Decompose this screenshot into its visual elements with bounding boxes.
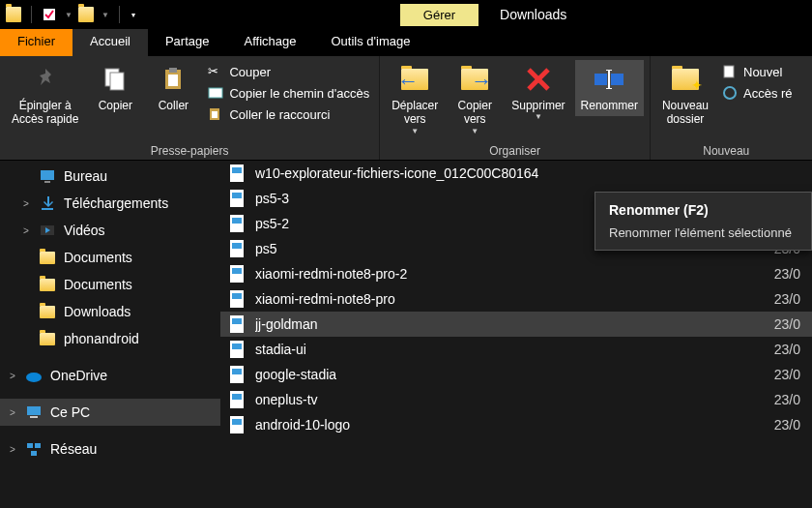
- tab-file[interactable]: Fichier: [0, 29, 72, 56]
- ribbon-group-new: ✦ Nouveau dossier Nouvel Accès ré: [651, 56, 802, 160]
- file-date: 23/0: [774, 316, 804, 332]
- rename-button[interactable]: Renommer: [575, 60, 644, 116]
- paste-button[interactable]: Coller: [146, 60, 200, 116]
- file-date: 23/0: [774, 367, 804, 382]
- separator: [119, 6, 120, 23]
- easy-access-button[interactable]: Accès ré: [718, 83, 797, 103]
- sidebar-item[interactable]: Downloads: [0, 298, 220, 325]
- folder-icon[interactable]: [6, 7, 21, 22]
- file-row[interactable]: xiaomi-redmi-note8-pro-223/0: [220, 261, 812, 286]
- svg-rect-16: [724, 66, 734, 77]
- svg-rect-4: [169, 68, 177, 73]
- button-label: Déplacer vers: [392, 99, 438, 127]
- file-name: stadia-ui: [255, 342, 765, 357]
- button-label: Supprimer: [511, 99, 565, 112]
- path-icon: [208, 85, 223, 101]
- svg-rect-20: [42, 208, 53, 210]
- svg-rect-25: [30, 416, 38, 418]
- folder-icon: [39, 249, 56, 266]
- file-row[interactable]: stadia-ui23/0: [220, 337, 812, 362]
- tab-home[interactable]: Accueil: [72, 29, 148, 56]
- sidebar-item[interactable]: Documents: [0, 271, 220, 298]
- file-row[interactable]: oneplus-tv23/0: [220, 387, 812, 412]
- chevron-down-icon[interactable]: ▼: [65, 11, 72, 19]
- sidebar-item[interactable]: >Réseau: [0, 435, 220, 463]
- qat-customize-icon[interactable]: ▾: [131, 11, 135, 19]
- expand-icon[interactable]: >: [8, 407, 17, 418]
- new-small-buttons: Nouvel Accès ré: [718, 60, 797, 103]
- paste-shortcut-button[interactable]: Coller le raccourci: [204, 105, 373, 124]
- copy-path-button[interactable]: Copier le chemin d'accès: [204, 83, 373, 103]
- ribbon-group-organize: ← Déplacer vers ▼ → Copier vers ▼ Suppri…: [380, 56, 651, 160]
- svg-rect-11: [594, 74, 607, 85]
- chevron-down-icon[interactable]: ▼: [102, 11, 109, 19]
- copy-to-button[interactable]: → Copier vers ▼: [448, 60, 502, 139]
- clipboard-small-buttons: ✂ Couper Copier le chemin d'accès Coller…: [204, 60, 373, 124]
- folder-icon: [39, 276, 56, 293]
- pc-icon: [25, 403, 43, 421]
- folder-icon: [39, 303, 56, 320]
- file-name: w10-explorateur-fichiers-icone_012C00C80…: [255, 165, 791, 181]
- sidebar-item[interactable]: >Téléchargements: [0, 190, 220, 217]
- file-row[interactable]: android-10-logo23/0: [220, 412, 812, 437]
- file-name: xiaomi-redmi-note8-pro: [255, 291, 765, 307]
- cut-button[interactable]: ✂ Couper: [204, 62, 373, 81]
- svg-rect-12: [611, 74, 624, 85]
- ribbon: Épingler à Accès rapide Copier Coller ✂ …: [0, 56, 812, 161]
- file-name: google-stadia: [255, 367, 765, 382]
- image-file-icon: [228, 416, 246, 433]
- file-row[interactable]: xiaomi-redmi-note8-pro23/0: [220, 286, 812, 312]
- copy-icon: [100, 64, 130, 95]
- window-title: Downloads: [500, 7, 566, 22]
- file-name: jj-goldman: [255, 316, 765, 332]
- sidebar-item[interactable]: >Vidéos: [0, 217, 220, 244]
- button-label: Accès ré: [743, 86, 793, 101]
- expand-icon[interactable]: >: [21, 225, 31, 236]
- rename-tooltip: Renommer (F2) Renommer l'élément sélecti…: [594, 192, 812, 251]
- folder-icon[interactable]: [78, 7, 94, 22]
- properties-icon[interactable]: [42, 7, 57, 22]
- tab-picture-tools[interactable]: Outils d'image: [313, 29, 427, 56]
- folder-icon: [39, 330, 56, 347]
- expand-icon[interactable]: >: [8, 444, 17, 455]
- image-file-icon: [228, 315, 246, 333]
- tab-share[interactable]: Partage: [148, 29, 227, 56]
- chevron-down-icon: ▼: [535, 112, 542, 122]
- titlebar: ▼ ▼ ▾ Gérer Downloads: [0, 0, 812, 29]
- quick-access-toolbar: ▼ ▼ ▾: [0, 6, 141, 23]
- file-row[interactable]: jj-goldman23/0: [220, 312, 812, 337]
- sidebar-item[interactable]: >Ce PC: [0, 399, 220, 426]
- file-row[interactable]: w10-explorateur-fichiers-icone_012C00C80…: [220, 161, 812, 186]
- delete-button[interactable]: Supprimer ▼: [506, 60, 570, 126]
- navigation-pane[interactable]: Bureau>Téléchargements>VidéosDocumentsDo…: [0, 161, 220, 508]
- new-folder-button[interactable]: ✦ Nouveau dossier: [656, 60, 714, 131]
- image-file-icon: [228, 366, 246, 383]
- sidebar-item-label: Downloads: [64, 304, 130, 319]
- tab-view[interactable]: Affichage: [226, 29, 313, 56]
- file-row[interactable]: google-stadia23/0: [220, 362, 812, 387]
- pin-to-quick-access-button[interactable]: Épingler à Accès rapide: [6, 60, 84, 131]
- sidebar-item[interactable]: Documents: [0, 244, 220, 271]
- group-label: Nouveau: [656, 142, 797, 158]
- image-file-icon: [228, 391, 246, 408]
- copy-button[interactable]: Copier: [88, 60, 142, 116]
- download-icon: [39, 194, 56, 212]
- sidebar-item[interactable]: Bureau: [0, 163, 220, 190]
- expand-icon[interactable]: >: [21, 198, 31, 209]
- move-to-button[interactable]: ← Déplacer vers ▼: [386, 60, 444, 139]
- svg-rect-8: [212, 111, 218, 118]
- svg-rect-5: [168, 75, 178, 86]
- svg-point-23: [26, 373, 42, 382]
- new-item-icon: [722, 64, 738, 79]
- button-label: Couper: [229, 65, 271, 79]
- sidebar-item-label: Ce PC: [50, 404, 90, 420]
- paste-icon: [158, 64, 188, 95]
- image-file-icon: [228, 190, 246, 207]
- svg-rect-2: [110, 73, 124, 90]
- new-item-button[interactable]: Nouvel: [718, 62, 797, 81]
- sidebar-item[interactable]: phonandroid: [0, 325, 220, 352]
- sidebar-item[interactable]: >OneDrive: [0, 362, 220, 389]
- button-label: Copier: [99, 99, 132, 112]
- expand-icon[interactable]: >: [8, 371, 17, 381]
- network-icon: [25, 440, 43, 458]
